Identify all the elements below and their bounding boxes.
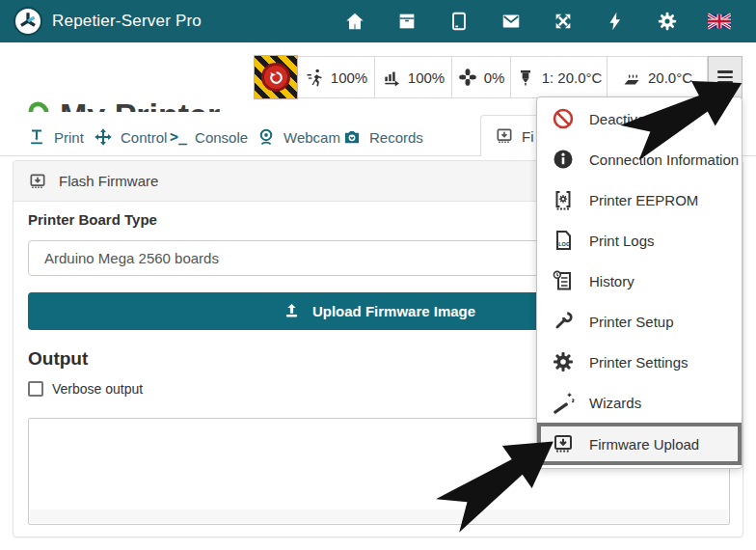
- wand-icon: [552, 391, 575, 414]
- language-flag-uk-icon[interactable]: [708, 10, 731, 33]
- tab-label: Console: [195, 129, 248, 146]
- menu-item-printer-eeprom[interactable]: Printer EEPROM: [537, 179, 742, 220]
- top-navbar: Repetier-Server Pro: [0, 0, 756, 42]
- svg-text:LOG: LOG: [558, 241, 570, 247]
- settings-gear-icon[interactable]: [656, 10, 679, 33]
- menu-item-connection-information[interactable]: Connection Information: [537, 139, 742, 179]
- history-icon: [552, 269, 575, 292]
- tab-label: Control: [121, 129, 167, 146]
- eeprom-icon: [552, 188, 575, 211]
- info-icon: [552, 148, 575, 171]
- menu-item-printer-setup[interactable]: Printer Setup: [537, 301, 742, 342]
- menu-item-label: History: [589, 273, 634, 289]
- extruder-status[interactable]: 1: 20.0°C: [511, 56, 608, 98]
- printer-box-icon[interactable]: [395, 10, 418, 33]
- firmware-icon: [495, 126, 514, 146]
- output-heading: Output: [28, 348, 88, 370]
- output-scrollbar[interactable]: [30, 509, 728, 523]
- extruder-icon: [516, 68, 535, 87]
- menu-item-label: Print Logs: [589, 233, 655, 249]
- reset-icon: [261, 63, 290, 92]
- tab-label: Fi: [522, 128, 534, 145]
- fan-icon: [458, 68, 477, 87]
- printer-status-bar: 100% 100% 0% 1: 20.0°C 20.0°C: [254, 55, 742, 99]
- move-arrows-icon: [94, 127, 113, 147]
- gear-icon: [552, 350, 575, 373]
- flow-status[interactable]: 100%: [375, 56, 452, 98]
- print-logs-icon: LOG: [552, 229, 575, 252]
- bed-status[interactable]: 20.0°C: [608, 56, 708, 98]
- verbose-label: Verbose output: [52, 381, 143, 397]
- tab-console[interactable]: >_ Console: [170, 118, 248, 156]
- mail-icon[interactable]: [500, 10, 523, 33]
- firmware-icon: [552, 432, 575, 455]
- upload-button-label: Upload Firmware Image: [312, 303, 475, 319]
- board-type-label: Printer Board Type: [28, 211, 157, 228]
- menu-item-label: Wizards: [589, 395, 641, 411]
- tab-label: Records: [369, 129, 423, 146]
- bed-icon: [622, 68, 641, 87]
- menu-item-deactivate[interactable]: Deactivate: [537, 98, 742, 139]
- verbose-checkbox[interactable]: [28, 381, 43, 397]
- fullscreen-icon[interactable]: [552, 10, 575, 33]
- tab-label: Webcam: [284, 129, 340, 146]
- menu-item-print-logs[interactable]: LOG Print Logs: [537, 220, 742, 261]
- console-icon: >_: [170, 128, 187, 146]
- bed-value: 20.0°C: [648, 69, 692, 86]
- fan-status[interactable]: 0%: [452, 56, 511, 98]
- home-icon[interactable]: [343, 10, 366, 33]
- app-logo: [14, 7, 42, 36]
- webcam-icon: [256, 127, 276, 147]
- menu-item-label: Firmware Upload: [589, 436, 699, 453]
- menu-item-firmware-upload[interactable]: Firmware Upload: [537, 423, 742, 465]
- power-icon[interactable]: [604, 10, 627, 33]
- flow-icon: [382, 68, 401, 87]
- menu-item-label: Connection Information: [589, 151, 739, 168]
- tab-label: Print: [54, 129, 84, 146]
- tab-records[interactable]: Records: [342, 118, 423, 156]
- menu-item-label: Printer Setup: [589, 314, 674, 330]
- speed-icon: [305, 68, 324, 87]
- menu-item-wizards[interactable]: Wizards: [537, 382, 742, 423]
- app-title: Repetier-Server Pro: [52, 12, 202, 31]
- emergency-stop-button[interactable]: [254, 55, 298, 99]
- menu-item-label: Printer Settings: [589, 354, 688, 371]
- tab-control[interactable]: Control: [94, 118, 167, 156]
- speed-value: 100%: [331, 69, 367, 86]
- extruder-value: 1: 20.0°C: [542, 69, 603, 86]
- board-type-value: Arduino Mega 2560 boards: [44, 250, 219, 266]
- flow-value: 100%: [408, 69, 445, 86]
- tab-print[interactable]: Print: [27, 118, 84, 156]
- firmware-icon: [28, 172, 47, 191]
- tab-webcam[interactable]: Webcam: [256, 118, 340, 156]
- verbose-output-row: Verbose output: [28, 381, 143, 397]
- menu-item-printer-settings[interactable]: Printer Settings: [537, 342, 742, 382]
- menu-item-history[interactable]: History: [537, 261, 742, 301]
- printer-menu-button[interactable]: [708, 56, 742, 98]
- tablet-icon[interactable]: [447, 10, 471, 33]
- menu-item-label: Printer EEPROM: [589, 192, 698, 208]
- menu-item-label: Deactivate: [589, 111, 658, 127]
- speed-status[interactable]: 100%: [298, 56, 375, 98]
- print-icon: [27, 127, 46, 147]
- wrench-icon: [552, 310, 575, 333]
- camera-icon: [342, 127, 362, 147]
- fan-value: 0%: [484, 69, 505, 86]
- upload-icon: [283, 302, 301, 320]
- printer-dropdown-menu: Deactivate Connection Information Printe…: [536, 96, 742, 469]
- panel-title: Flash Firmware: [59, 173, 158, 189]
- deactivate-icon: [552, 107, 575, 130]
